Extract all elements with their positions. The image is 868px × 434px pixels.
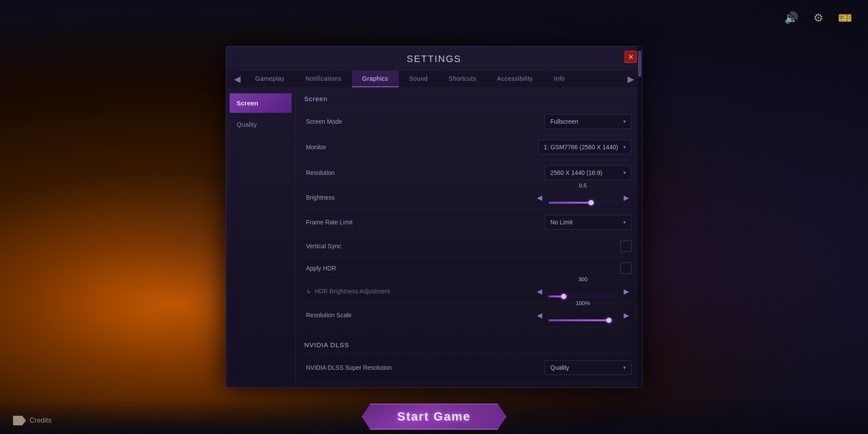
- modal-body: Screen Quality Screen Screen Mode Fullsc…: [226, 88, 642, 388]
- tab-accessibility[interactable]: Accessibility: [487, 71, 543, 87]
- res-scale-left-arrow[interactable]: ◀: [534, 309, 545, 321]
- tab-info[interactable]: Info: [543, 71, 575, 87]
- setting-row-frame-rate: Frame Rate Limit No Limit ▾: [304, 210, 633, 235]
- monitor-label: Monitor: [306, 144, 538, 151]
- monitor-dropdown[interactable]: 1: GSM7766 (2560 X 1440) ▾: [538, 140, 631, 155]
- tabs-list: Gameplay Notifications Graphics Sound Sh…: [245, 71, 623, 87]
- hdr-brightness-track[interactable]: [548, 295, 618, 298]
- hdr-brightness-value: 300: [574, 276, 592, 283]
- tab-graphics[interactable]: Graphics: [352, 71, 399, 87]
- monitor-value: 1: GSM7766 (2560 X 1440): [544, 144, 618, 151]
- setting-row-res-scale: Resolution Scale ◀ 100% ▶: [304, 303, 633, 327]
- modal-overlay: Settings ✕ ◀ Gameplay Notifications Grap…: [0, 0, 868, 434]
- res-scale-value: 100%: [574, 300, 592, 306]
- brightness-control: ◀ 0.5 ▶: [534, 191, 631, 204]
- tab-sound[interactable]: Sound: [399, 71, 438, 87]
- vsync-checkbox[interactable]: [620, 240, 631, 252]
- tab-notifications[interactable]: Notifications: [295, 71, 352, 87]
- brightness-left-arrow[interactable]: ◀: [534, 192, 545, 204]
- brightness-thumb[interactable]: [589, 200, 594, 205]
- brightness-fill: [549, 202, 591, 204]
- hdr-brightness-control: ◀ 300 ▶: [534, 285, 631, 298]
- modal-title: Settings: [407, 53, 461, 64]
- dlss-value: Quality: [550, 364, 569, 371]
- frame-rate-label: Frame Rate Limit: [306, 219, 545, 226]
- hdr-brightness-slider-wrapper: 300: [548, 285, 618, 298]
- sidebar: Screen Quality: [226, 88, 296, 388]
- brightness-slider-wrapper: 0.5: [548, 191, 618, 204]
- brightness-track[interactable]: [548, 201, 618, 204]
- res-scale-slider-wrapper: 100%: [548, 309, 618, 322]
- brightness-value: 0.5: [574, 182, 592, 189]
- scroll-thumb[interactable]: [638, 51, 641, 77]
- settings-modal: Settings ✕ ◀ Gameplay Notifications Grap…: [226, 46, 642, 388]
- nvidia-dlss-title: NVIDIA DLSS: [304, 341, 633, 353]
- brightness-right-arrow[interactable]: ▶: [621, 192, 631, 204]
- frame-rate-arrow: ▾: [623, 219, 626, 225]
- setting-row-brightness: Brightness ◀ 0.5 ▶: [304, 186, 633, 210]
- setting-row-screen-mode: Screen Mode Fullscreen ▾: [304, 109, 633, 135]
- tabs-right-arrow[interactable]: ▶: [623, 70, 638, 88]
- res-scale-control: ◀ 100% ▶: [534, 309, 631, 322]
- frame-rate-dropdown[interactable]: No Limit ▾: [545, 215, 631, 230]
- setting-row-vsync: Vertical Sync: [304, 235, 633, 257]
- hdr-brightness-left-arrow[interactable]: ◀: [534, 286, 545, 297]
- res-scale-right-arrow[interactable]: ▶: [621, 309, 631, 321]
- hdr-label: Apply HDR: [306, 265, 620, 272]
- hdr-brightness-right-arrow[interactable]: ▶: [621, 286, 631, 297]
- res-scale-fill: [549, 319, 609, 321]
- vsync-label: Vertical Sync: [306, 243, 620, 250]
- res-scale-thumb[interactable]: [606, 318, 612, 323]
- hdr-brightness-sub-arrow: ↳: [306, 288, 311, 295]
- tabs-left-arrow[interactable]: ◀: [230, 70, 245, 88]
- hdr-brightness-thumb[interactable]: [561, 294, 566, 299]
- tabs-row: ◀ Gameplay Notifications Graphics Sound …: [226, 70, 642, 88]
- sidebar-item-screen[interactable]: Screen: [230, 93, 292, 113]
- dlss-arrow: ▾: [623, 365, 626, 371]
- dlss-dropdown[interactable]: Quality ▾: [545, 360, 631, 375]
- screen-section-title: Screen: [304, 95, 633, 107]
- modal-title-bar: Settings ✕: [226, 46, 642, 70]
- res-scale-track[interactable]: [548, 319, 618, 322]
- dlss-label: NVIDIA DLSS Super Resolution: [306, 364, 545, 371]
- frame-rate-value: No Limit: [550, 219, 572, 226]
- resolution-label: Resolution: [306, 169, 545, 176]
- scroll-track[interactable]: [638, 46, 642, 388]
- setting-row-monitor: Monitor 1: GSM7766 (2560 X 1440) ▾: [304, 135, 633, 160]
- main-content: Screen Screen Mode Fullscreen ▾ Monitor: [296, 88, 642, 388]
- close-button[interactable]: ✕: [625, 51, 637, 63]
- sidebar-item-quality[interactable]: Quality: [230, 115, 292, 134]
- screen-mode-dropdown[interactable]: Fullscreen ▾: [545, 114, 631, 129]
- setting-row-dlss: NVIDIA DLSS Super Resolution Quality ▾: [304, 355, 633, 381]
- screen-mode-value: Fullscreen: [550, 118, 579, 125]
- hdr-checkbox[interactable]: [620, 263, 631, 274]
- tab-gameplay[interactable]: Gameplay: [245, 71, 295, 87]
- monitor-arrow: ▾: [623, 144, 626, 150]
- screen-mode-arrow: ▾: [623, 118, 626, 125]
- res-scale-label: Resolution Scale: [306, 312, 534, 319]
- tab-shortcuts[interactable]: Shortcuts: [438, 71, 487, 87]
- resolution-value: 2560 X 1440 (16:9): [550, 169, 602, 176]
- screen-section: Screen Screen Mode Fullscreen ▾ Monitor: [296, 88, 642, 334]
- resolution-dropdown[interactable]: 2560 X 1440 (16:9) ▾: [545, 165, 631, 180]
- brightness-label: Brightness: [306, 194, 534, 201]
- resolution-arrow: ▾: [623, 170, 626, 176]
- screen-mode-label: Screen Mode: [306, 118, 545, 125]
- nvidia-dlss-section: NVIDIA DLSS NVIDIA DLSS Super Resolution…: [296, 334, 642, 388]
- hdr-brightness-label: ↳ HDR Brightness Adjustment: [306, 288, 534, 295]
